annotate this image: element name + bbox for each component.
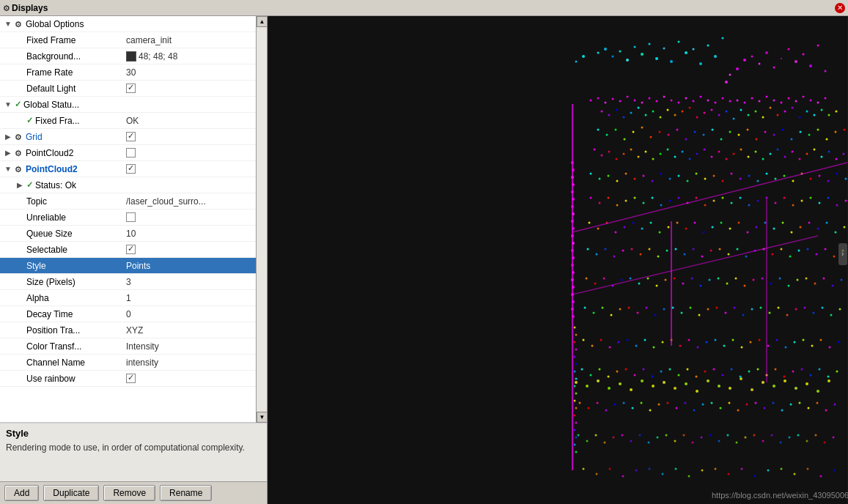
svg-point-372: [646, 307, 648, 309]
svg-point-12: [803, 53, 805, 56]
svg-point-33: [707, 45, 709, 47]
tree-arrow-status-ok[interactable]: ▶: [15, 181, 24, 189]
svg-point-202: [755, 151, 757, 153]
tree-row-topic[interactable]: Topic/laser_cloud_surro...: [0, 193, 256, 210]
checkbox-selectable[interactable]: [126, 245, 136, 254]
svg-point-106: [744, 102, 746, 104]
tree-row-global-options[interactable]: ▼⚙Global Options: [0, 16, 256, 32]
tree-arrow-global-status[interactable]: ▼: [4, 100, 12, 108]
svg-point-474: [746, 404, 748, 406]
svg-point-451: [810, 374, 812, 377]
tree-row-pointcloud2-1[interactable]: ▶⚙PointCloud2: [0, 145, 256, 161]
checkbox-grid[interactable]: [126, 132, 136, 141]
add-button[interactable]: Add: [4, 485, 39, 501]
scroll-up-button[interactable]: ▲: [257, 16, 267, 27]
tree-row-unreliable[interactable]: Unreliable: [0, 210, 256, 226]
svg-point-335: [586, 278, 588, 280]
svg-point-382: [734, 307, 736, 309]
svg-point-331: [816, 253, 818, 256]
tree-arrow-global-options[interactable]: ▼: [4, 20, 12, 28]
svg-point-479: [790, 404, 792, 406]
svg-point-104: [729, 100, 731, 103]
checkbox-default-light[interactable]: [126, 84, 136, 93]
svg-point-162: [694, 131, 696, 133]
svg-point-62: [597, 379, 600, 382]
tree-row-fixed-fra[interactable]: ✓Fixed Fra...OK: [0, 113, 256, 129]
svg-point-458: [605, 410, 608, 412]
remove-button[interactable]: Remove: [103, 485, 155, 501]
tree-row-channel-name[interactable]: Channel Nameintensity: [0, 355, 256, 371]
tree-row-color-transf[interactable]: Color Transf...Intensity: [0, 338, 256, 355]
scroll-track[interactable]: [257, 27, 267, 412]
scroll-down-button[interactable]: ▼: [257, 412, 267, 423]
svg-point-548: [574, 385, 576, 388]
svg-point-191: [674, 156, 676, 158]
svg-point-310: [631, 248, 633, 251]
svg-point-468: [693, 410, 696, 412]
tree-label-global-options: Global Options: [26, 19, 84, 29]
svg-point-89: [619, 100, 622, 103]
svg-point-222: [652, 180, 654, 182]
svg-point-273: [836, 204, 838, 207]
svg-point-531: [794, 473, 796, 475]
svg-point-361: [814, 283, 816, 285]
svg-point-416: [767, 345, 770, 347]
close-button[interactable]: ✕: [835, 3, 845, 13]
tree-label-color-transf: Color Transf...: [26, 341, 81, 352]
svg-point-288: [703, 231, 705, 234]
svg-point-402: [644, 339, 646, 341]
tree-row-style[interactable]: StylePoints: [0, 258, 256, 274]
tree-row-alpha[interactable]: Alpha1: [0, 290, 256, 306]
svg-point-521: [662, 473, 664, 475]
svg-point-515: [583, 468, 585, 470]
svg-point-420: [803, 339, 805, 341]
svg-point-495: [666, 434, 668, 437]
svg-point-360: [805, 278, 808, 280]
tree-label-unreliable: Unreliable: [26, 212, 66, 223]
svg-point-186: [638, 156, 640, 158]
tree-row-use-rainbow[interactable]: Use rainbow: [0, 371, 256, 387]
svg-point-3: [751, 56, 753, 58]
tree-row-background[interactable]: Background...48; 48; 48: [0, 48, 256, 64]
tree-row-pointcloud2-2[interactable]: ▼⚙PointCloud2: [0, 161, 256, 177]
checkbox-pointcloud2-2[interactable]: [126, 164, 136, 174]
tree-cell-name-pointcloud2-2: ▼⚙PointCloud2: [1, 164, 126, 174]
svg-point-63: [608, 387, 611, 390]
duplicate-button[interactable]: Duplicate: [43, 485, 99, 501]
tree-row-fixed-frame[interactable]: Fixed Framecamera_init: [0, 32, 256, 48]
tree-row-grid[interactable]: ▶⚙Grid: [0, 129, 256, 145]
svg-point-137: [740, 109, 742, 111]
svg-point-157: [650, 136, 652, 138]
viewport[interactable]: /* inline SVG content created below */: [268, 16, 848, 504]
tree-area[interactable]: ▼⚙Global OptionsFixed Framecamera_initBa…: [0, 16, 256, 423]
tree-row-selectable[interactable]: Selectable: [0, 242, 256, 258]
svg-point-376: [681, 312, 683, 314]
tree-arrow-pointcloud2-1[interactable]: ▶: [4, 149, 12, 157]
tree-row-queue-size[interactable]: Queue Size10: [0, 226, 256, 242]
tree-row-position-tra[interactable]: Position Tra...XYZ: [0, 322, 256, 338]
tree-row-size-pixels[interactable]: Size (Pixels)3: [0, 274, 256, 290]
tree-row-decay-time[interactable]: Decay Time0: [0, 306, 256, 322]
rename-button[interactable]: Rename: [160, 485, 212, 501]
tree-row-global-status[interactable]: ▼✓Global Statu...: [0, 97, 256, 113]
color-swatch-background[interactable]: [126, 51, 136, 62]
tree-row-frame-rate[interactable]: Frame Rate30: [0, 64, 256, 81]
svg-point-524: [701, 470, 704, 472]
svg-point-16: [725, 81, 728, 84]
svg-point-85: [590, 100, 592, 102]
svg-point-373: [655, 314, 657, 316]
checkbox-unreliable[interactable]: [126, 212, 136, 222]
svg-point-128: [674, 114, 676, 116]
tree-arrow-grid[interactable]: ▶: [4, 133, 12, 141]
tree-row-status-ok[interactable]: ▶✓Status: Ok: [0, 177, 256, 193]
tree-label-decay-time: Decay Time: [26, 309, 73, 319]
svg-point-507: [771, 434, 773, 437]
checkbox-use-rainbow[interactable]: [126, 374, 136, 383]
tree-label-frame-rate: Frame Rate: [26, 67, 73, 78]
tree-row-default-light[interactable]: Default Light: [0, 81, 256, 97]
svg-point-297: [782, 222, 784, 224]
tree-arrow-pointcloud2-2[interactable]: ▼: [4, 165, 12, 173]
checkbox-pointcloud2-1[interactable]: [126, 148, 136, 158]
svg-point-553: [575, 422, 578, 424]
button-bar: Add Duplicate Remove Rename: [0, 481, 267, 504]
